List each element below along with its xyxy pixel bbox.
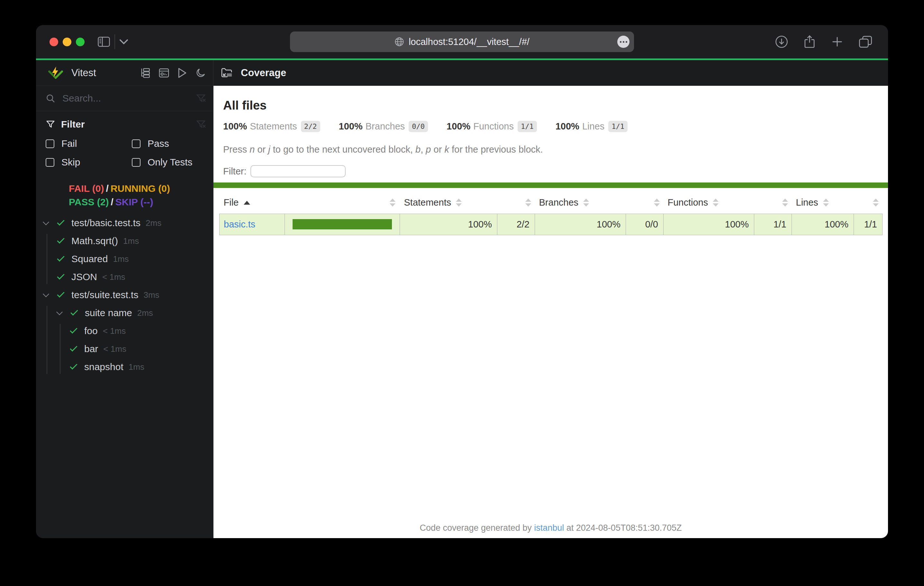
minimize-window-button[interactable] bbox=[63, 38, 71, 46]
coverage-value: 100% bbox=[792, 214, 854, 235]
chevron-down-icon[interactable] bbox=[56, 309, 63, 315]
chevron-down-icon[interactable] bbox=[120, 39, 128, 44]
page-menu-button[interactable] bbox=[617, 36, 630, 48]
downloads-icon[interactable] bbox=[775, 35, 788, 48]
sort-toggle-icon[interactable] bbox=[873, 199, 879, 207]
browser-titlebar: localhost:51204/__vitest__/#/ bbox=[36, 25, 888, 58]
tree-item-squared[interactable]: Squared1ms bbox=[36, 250, 213, 268]
browser-window: localhost:51204/__vitest__/#/ bbox=[36, 25, 888, 538]
metric-fraction-badge: 1/1 bbox=[518, 121, 537, 132]
sort-toggle-icon[interactable] bbox=[525, 199, 531, 207]
metric-statements: 100%Statements2/2 bbox=[223, 121, 320, 132]
checkbox-label: Pass bbox=[148, 138, 169, 149]
close-window-button[interactable] bbox=[50, 38, 58, 46]
test-duration: 1ms bbox=[129, 362, 144, 372]
traffic-lights bbox=[50, 38, 84, 46]
test-duration: 1ms bbox=[113, 254, 129, 264]
coverage-value: 100% bbox=[663, 214, 754, 235]
checkbox[interactable] bbox=[132, 140, 140, 148]
file-link[interactable]: basic.ts bbox=[224, 219, 255, 229]
sort-toggle-icon[interactable] bbox=[782, 199, 788, 207]
istanbul-link[interactable]: istanbul bbox=[534, 523, 564, 533]
checkbox[interactable] bbox=[132, 158, 140, 167]
coverage-table: FileStatementsBranchesFunctionsLines bas… bbox=[219, 192, 883, 235]
pass-check-icon bbox=[57, 290, 64, 297]
tree-item-json[interactable]: JSON< 1ms bbox=[36, 268, 213, 286]
test-name: bar bbox=[84, 344, 98, 354]
tree-item-snapshot[interactable]: snapshot1ms bbox=[36, 358, 213, 376]
tree-item-test-suite-test-ts[interactable]: test/suite.test.ts3ms bbox=[36, 286, 213, 304]
column-header-file[interactable]: File bbox=[219, 192, 285, 214]
test-name: suite name bbox=[85, 308, 132, 318]
test-duration: < 1ms bbox=[102, 272, 125, 282]
coverage-title: Coverage bbox=[241, 67, 286, 79]
test-name: snapshot bbox=[84, 361, 124, 372]
sidebar-header: Vitest bbox=[36, 60, 213, 86]
column-header-sorter[interactable] bbox=[754, 192, 792, 214]
theme-toggle-moon-icon[interactable] bbox=[195, 67, 206, 78]
filter-option-only-tests[interactable]: Only Tests bbox=[132, 157, 206, 168]
search-input[interactable] bbox=[63, 93, 196, 104]
clear-search-filter-icon[interactable] bbox=[196, 93, 206, 104]
sort-toggle-icon[interactable] bbox=[583, 199, 589, 207]
tree-item-math-sqrt-[interactable]: Math.sqrt()1ms bbox=[36, 232, 213, 250]
tree-item-suite-name[interactable]: suite name2ms bbox=[36, 304, 213, 322]
vitest-sidebar: Vitest bbox=[36, 60, 213, 538]
tree-item-bar[interactable]: bar< 1ms bbox=[36, 340, 213, 358]
sort-toggle-icon[interactable] bbox=[389, 199, 396, 207]
column-header-functions[interactable]: Functions bbox=[663, 192, 754, 214]
column-header-sorter[interactable] bbox=[497, 192, 535, 214]
test-duration: 1ms bbox=[123, 236, 139, 246]
metric-fraction-badge: 0/0 bbox=[409, 121, 428, 132]
keyboard-hint: Press n or j to go to the next uncovered… bbox=[223, 144, 882, 155]
share-icon[interactable] bbox=[803, 35, 816, 49]
column-header-branches[interactable]: Branches bbox=[535, 192, 626, 214]
test-duration: < 1ms bbox=[103, 326, 126, 336]
coverage-bar bbox=[292, 219, 392, 229]
sidebar-toggle-icon[interactable] bbox=[98, 37, 110, 47]
column-header-sorter[interactable] bbox=[285, 192, 400, 214]
checkbox[interactable] bbox=[46, 140, 54, 148]
checkbox[interactable] bbox=[46, 158, 54, 167]
sort-toggle-icon[interactable] bbox=[456, 199, 462, 207]
run-all-icon[interactable] bbox=[177, 67, 187, 78]
pass-check-icon bbox=[57, 254, 64, 261]
tree-item-foo[interactable]: foo< 1ms bbox=[36, 322, 213, 340]
column-header-lines[interactable]: Lines bbox=[792, 192, 854, 214]
tree-view-icon[interactable] bbox=[140, 67, 151, 78]
new-tab-icon[interactable] bbox=[831, 35, 844, 48]
filter-option-skip[interactable]: Skip bbox=[46, 157, 132, 168]
column-header-sorter[interactable] bbox=[854, 192, 883, 214]
coverage-report: All files 100%Statements2/2100%Branches0… bbox=[213, 86, 888, 538]
page-title: All files bbox=[223, 99, 882, 112]
test-duration: 2ms bbox=[146, 218, 162, 228]
coverage-icon bbox=[221, 67, 233, 78]
pass-check-icon bbox=[70, 308, 78, 315]
chevron-down-icon[interactable] bbox=[43, 291, 49, 297]
fail-count: FAIL (0) bbox=[69, 183, 104, 194]
zoom-window-button[interactable] bbox=[76, 38, 84, 46]
address-bar[interactable]: localhost:51204/__vitest__/#/ bbox=[290, 31, 634, 52]
coverage-value: 1/1 bbox=[854, 214, 883, 235]
sort-toggle-icon[interactable] bbox=[654, 199, 660, 207]
coverage-value: 0/0 bbox=[626, 214, 663, 235]
filter-title: Filter bbox=[61, 119, 84, 130]
chevron-down-icon[interactable] bbox=[43, 219, 49, 225]
tab-overview-icon[interactable] bbox=[858, 35, 873, 48]
tree-item-test-basic-test-ts[interactable]: test/basic.test.ts2ms bbox=[36, 214, 213, 232]
column-header-statements[interactable]: Statements bbox=[400, 192, 497, 214]
filter-option-pass[interactable]: Pass bbox=[132, 138, 206, 149]
pass-check-icon bbox=[57, 218, 64, 225]
clear-filter-icon[interactable] bbox=[196, 119, 206, 130]
sort-toggle-icon[interactable] bbox=[713, 199, 719, 207]
dashboard-icon[interactable] bbox=[158, 67, 170, 78]
filter-options: FailPassSkipOnly Tests bbox=[46, 138, 206, 168]
filter-icon bbox=[46, 120, 55, 129]
coverage-filter-input[interactable] bbox=[251, 165, 346, 177]
sort-toggle-icon[interactable] bbox=[823, 199, 829, 207]
run-status-summary: FAIL (0)/RUNNING (0) PASS (2)/SKIP (--) bbox=[36, 182, 213, 209]
filter-option-fail[interactable]: Fail bbox=[46, 138, 132, 149]
coverage-header: Coverage bbox=[213, 60, 888, 86]
column-header-sorter[interactable] bbox=[626, 192, 663, 214]
search-bar bbox=[36, 86, 213, 111]
